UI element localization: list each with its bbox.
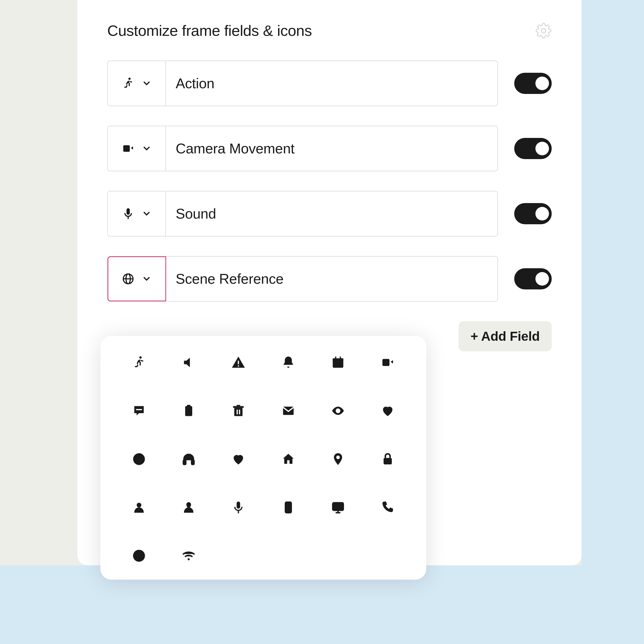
- icon-picker-button[interactable]: [108, 126, 166, 171]
- svg-rect-36: [333, 503, 343, 510]
- smartphone-icon[interactable]: [281, 500, 296, 515]
- field-row: Scene Reference: [107, 256, 552, 302]
- gear-icon[interactable]: [535, 23, 552, 39]
- phone-icon[interactable]: [380, 500, 395, 515]
- mail-icon[interactable]: [281, 403, 296, 418]
- lock-icon[interactable]: [380, 452, 395, 467]
- field-row: Sound: [107, 191, 552, 236]
- svg-rect-18: [233, 406, 244, 408]
- svg-rect-10: [333, 358, 343, 361]
- run-icon[interactable]: [131, 355, 147, 370]
- volume-icon[interactable]: [181, 355, 196, 370]
- icon-picker-button[interactable]: [108, 61, 166, 106]
- svg-rect-3: [127, 208, 130, 215]
- mic-icon: [122, 207, 135, 220]
- svg-rect-2: [123, 145, 130, 152]
- chevron-down-icon: [142, 274, 151, 284]
- globe-icon: [122, 272, 135, 285]
- clipboard-icon[interactable]: [181, 403, 196, 418]
- heart-filled-icon[interactable]: [231, 452, 246, 467]
- page-background-right: [582, 0, 644, 644]
- field-label: Scene Reference: [176, 271, 283, 287]
- calendar-icon[interactable]: [330, 355, 346, 370]
- icon-picker-popover: [100, 336, 426, 580]
- heart-icon[interactable]: [380, 403, 395, 418]
- field-label: Action: [176, 75, 214, 91]
- field-name-input[interactable]: Camera Movement: [166, 126, 497, 171]
- svg-point-29: [336, 456, 340, 459]
- user-icon[interactable]: [131, 500, 147, 515]
- svg-rect-21: [239, 410, 240, 414]
- svg-point-8: [139, 356, 142, 359]
- field-label: Camera Movement: [176, 140, 295, 157]
- field-label: Sound: [176, 206, 216, 222]
- svg-rect-33: [238, 511, 239, 513]
- field-toggle[interactable]: [514, 73, 552, 94]
- chevron-down-icon: [142, 78, 151, 88]
- svg-point-45: [188, 558, 190, 560]
- svg-rect-17: [234, 408, 242, 416]
- svg-point-23: [337, 410, 339, 412]
- field-row: Action: [107, 61, 552, 106]
- field-name-input[interactable]: Action: [166, 61, 497, 106]
- svg-rect-13: [383, 359, 390, 366]
- wifi-icon[interactable]: [181, 548, 196, 563]
- chevron-down-icon: [142, 144, 151, 153]
- headphones-icon[interactable]: [181, 452, 196, 467]
- user-alt-icon[interactable]: [181, 500, 196, 515]
- panel-title: Customize frame fields & icons: [107, 22, 312, 39]
- svg-rect-14: [136, 409, 142, 410]
- svg-rect-27: [183, 460, 186, 464]
- chevron-down-icon: [142, 209, 151, 219]
- lifebuoy-icon[interactable]: [131, 548, 147, 563]
- icon-picker-button[interactable]: [108, 191, 166, 236]
- home-icon[interactable]: [281, 452, 296, 467]
- svg-point-1: [128, 78, 131, 80]
- svg-point-40: [137, 553, 141, 558]
- svg-rect-4: [128, 217, 129, 219]
- pin-icon[interactable]: [330, 452, 346, 467]
- svg-rect-19: [237, 405, 240, 406]
- svg-rect-30: [384, 458, 392, 465]
- field-name-input[interactable]: Scene Reference: [166, 257, 497, 301]
- svg-point-31: [137, 503, 141, 507]
- svg-rect-28: [192, 460, 194, 464]
- svg-rect-16: [187, 405, 190, 407]
- video-icon[interactable]: [380, 355, 395, 370]
- eye-icon[interactable]: [330, 403, 346, 418]
- field-toggle[interactable]: [514, 203, 552, 224]
- field-toggle[interactable]: [514, 138, 552, 159]
- svg-rect-20: [237, 410, 238, 414]
- monitor-icon[interactable]: [330, 500, 346, 515]
- chat-icon[interactable]: [131, 403, 147, 418]
- svg-rect-11: [335, 356, 336, 359]
- field-name-input[interactable]: Sound: [166, 191, 497, 236]
- svg-rect-32: [237, 501, 240, 509]
- add-field-button[interactable]: + Add Field: [459, 321, 552, 351]
- icon-picker-button[interactable]: [108, 257, 166, 301]
- svg-point-35: [288, 510, 289, 512]
- svg-rect-12: [340, 356, 341, 359]
- globe-icon[interactable]: [131, 452, 147, 467]
- trash-icon[interactable]: [231, 403, 246, 418]
- alert-icon[interactable]: [231, 355, 246, 370]
- bell-icon[interactable]: [281, 355, 296, 370]
- svg-point-0: [541, 29, 546, 33]
- mic-icon[interactable]: [231, 500, 246, 515]
- field-toggle[interactable]: [514, 268, 552, 289]
- svg-rect-15: [185, 406, 192, 416]
- video-icon: [122, 142, 135, 155]
- run-icon: [122, 77, 135, 90]
- field-row: Camera Movement: [107, 126, 552, 171]
